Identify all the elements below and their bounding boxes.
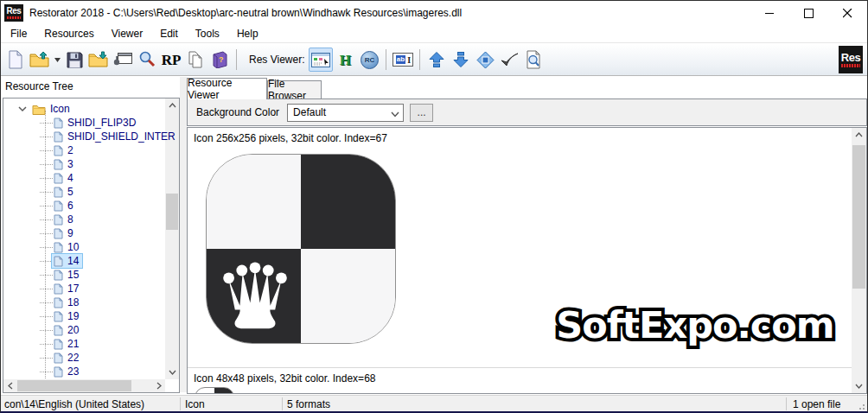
menu-help[interactable]: Help bbox=[228, 25, 267, 42]
minimize-button[interactable] bbox=[750, 1, 789, 25]
title-bar[interactable]: Res Restorator 2018 - C:\Users\Red\Deskt… bbox=[1, 1, 867, 25]
browse-color-button[interactable]: ... bbox=[410, 104, 433, 122]
tree-item-selected[interactable]: 14 bbox=[3, 254, 164, 268]
text-edit-icon: ab I bbox=[393, 53, 413, 67]
scroll-right-icon[interactable] bbox=[152, 379, 165, 392]
menu-edit[interactable]: Edit bbox=[151, 25, 187, 42]
tree-item[interactable]: 6 bbox=[3, 199, 164, 213]
tree-item[interactable]: 9 bbox=[3, 226, 164, 240]
arrow-up-icon bbox=[428, 51, 445, 68]
arrow-down-icon bbox=[452, 51, 469, 68]
scroll-down-icon[interactable] bbox=[852, 379, 866, 393]
resource-page-icon bbox=[54, 187, 63, 198]
scroll-up-icon[interactable] bbox=[852, 128, 866, 142]
status-open-files: 1 open file bbox=[793, 398, 840, 410]
panel-splitter[interactable] bbox=[180, 77, 187, 392]
scrollbar-thumb[interactable] bbox=[852, 145, 865, 289]
restorator-logo: Res bbox=[839, 46, 863, 73]
tree-item-label: 3 bbox=[67, 158, 73, 170]
tree-item[interactable]: SHIDI_FLIP3D bbox=[3, 116, 164, 130]
copy-button[interactable] bbox=[183, 48, 207, 72]
extract-button[interactable] bbox=[86, 48, 111, 72]
status-bar: con\14\English (United States) Icon 5 fo… bbox=[1, 395, 867, 412]
previous-resource-button[interactable] bbox=[424, 48, 449, 72]
html-viewer-button[interactable]: H bbox=[333, 48, 357, 72]
next-resource-button[interactable] bbox=[449, 48, 473, 72]
tab-resource-viewer[interactable]: Resource Viewer bbox=[187, 78, 267, 99]
tree-root-icon-folder[interactable]: Icon bbox=[3, 102, 164, 116]
resize-grip[interactable] bbox=[857, 402, 865, 410]
resource-page-icon bbox=[54, 214, 63, 226]
tree-item[interactable]: 3 bbox=[3, 157, 164, 171]
open-dropdown-button[interactable] bbox=[52, 48, 62, 72]
tree-item-label: 23 bbox=[67, 365, 79, 378]
tree-horizontal-scrollbar[interactable] bbox=[3, 379, 165, 392]
open-folder-icon bbox=[29, 51, 50, 68]
find-button[interactable] bbox=[135, 48, 159, 72]
tree-item[interactable]: SHIDI_SHIELD_INTER bbox=[3, 130, 164, 143]
chevron-down-icon[interactable] bbox=[18, 105, 28, 112]
tree-item[interactable]: 19 bbox=[3, 309, 164, 323]
toolbar-separator bbox=[386, 49, 386, 70]
tree-item-label: 19 bbox=[67, 310, 79, 322]
chevron-down-icon bbox=[391, 108, 399, 120]
tree-item[interactable]: 18 bbox=[3, 295, 164, 309]
scrollbar-thumb[interactable] bbox=[17, 380, 131, 391]
rc-viewer-button[interactable]: RC bbox=[357, 48, 381, 72]
tree-item-label: 6 bbox=[67, 200, 73, 212]
resource-tree-header: Resource Tree bbox=[5, 80, 73, 92]
maximize-button[interactable] bbox=[789, 1, 828, 25]
app-logo-icon: Res bbox=[4, 4, 23, 22]
save-button[interactable] bbox=[62, 48, 86, 72]
new-file-button[interactable] bbox=[3, 48, 28, 72]
help-book-icon: ? bbox=[211, 51, 228, 68]
tree-item[interactable]: 15 bbox=[3, 268, 164, 282]
menu-tools[interactable]: Tools bbox=[187, 25, 228, 42]
open-file-button[interactable] bbox=[28, 48, 52, 72]
tree-item[interactable]: 23 bbox=[3, 365, 164, 378]
navigate-button[interactable] bbox=[473, 48, 497, 72]
tree-item[interactable]: 2 bbox=[3, 143, 164, 157]
dialog-viewer-button[interactable] bbox=[309, 48, 333, 72]
tree-item[interactable]: 4 bbox=[3, 171, 164, 185]
scroll-up-icon[interactable] bbox=[165, 98, 179, 112]
assign-button[interactable] bbox=[111, 48, 135, 72]
resource-patcher-button[interactable]: RP bbox=[159, 48, 183, 72]
tree-item[interactable]: 22 bbox=[3, 351, 164, 365]
close-button[interactable] bbox=[828, 1, 867, 25]
tree-item[interactable]: 21 bbox=[3, 337, 164, 351]
resource-page-icon bbox=[54, 159, 63, 170]
app-window: Res Restorator 2018 - C:\Users\Red\Deskt… bbox=[0, 0, 868, 413]
resource-page-icon bbox=[54, 228, 63, 239]
tree-item[interactable]: 8 bbox=[3, 213, 164, 226]
resource-page-icon bbox=[54, 297, 63, 308]
tree-item[interactable]: 5 bbox=[3, 185, 164, 199]
tree-item[interactable]: 20 bbox=[3, 323, 164, 337]
resource-page-icon bbox=[54, 145, 63, 156]
tab-file-browser[interactable]: File Browser bbox=[267, 80, 322, 98]
scroll-down-icon[interactable] bbox=[165, 365, 179, 379]
background-color-select[interactable]: Default bbox=[287, 104, 404, 122]
resource-page-icon bbox=[54, 339, 63, 350]
preview-document-icon bbox=[525, 50, 542, 69]
scrollbar-thumb[interactable] bbox=[166, 194, 178, 230]
help-button[interactable]: ? bbox=[207, 48, 232, 72]
resource-page-icon bbox=[54, 200, 63, 212]
preview-button[interactable] bbox=[521, 48, 546, 72]
apply-button[interactable] bbox=[497, 48, 521, 72]
viewer-vertical-scrollbar[interactable] bbox=[852, 128, 866, 393]
rc-viewer-icon: RC bbox=[361, 51, 379, 69]
resource-page-icon bbox=[54, 270, 63, 281]
tree-item-label: 20 bbox=[67, 324, 79, 336]
menu-file[interactable]: File bbox=[2, 25, 35, 42]
text-editor-button[interactable]: ab I bbox=[391, 48, 415, 72]
tree-item[interactable]: 10 bbox=[3, 240, 164, 254]
minimize-icon bbox=[765, 9, 775, 18]
resource-tree: Icon SHIDI_FLIP3D SHIDI_SHIELD_INTER 2 3… bbox=[3, 98, 180, 393]
scroll-left-icon[interactable] bbox=[3, 379, 16, 392]
menu-resources[interactable]: Resources bbox=[35, 25, 102, 42]
menu-viewer[interactable]: Viewer bbox=[103, 25, 151, 42]
tree-item[interactable]: 17 bbox=[3, 282, 164, 295]
status-resource-path: con\14\English (United States) bbox=[4, 398, 144, 410]
toolbar-separator bbox=[419, 49, 420, 70]
